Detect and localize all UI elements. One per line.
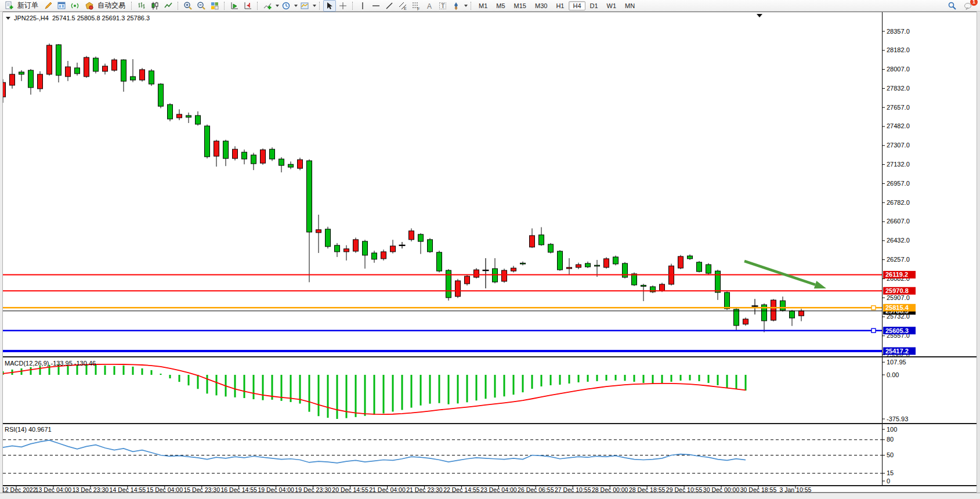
crosshair-icon[interactable] — [337, 0, 349, 12]
fibonacci-icon[interactable]: F — [410, 0, 422, 12]
svg-text:100: 100 — [887, 426, 897, 433]
vertical-line-icon[interactable] — [356, 0, 369, 12]
svg-text:29 Dec 10:55: 29 Dec 10:55 — [666, 486, 703, 493]
svg-text:28 Dec 00:00: 28 Dec 00:00 — [592, 486, 628, 493]
chart-canvas[interactable]: 28357.028182.028007.027832.027657.027482… — [0, 12, 980, 499]
chart-window[interactable]: 28357.028182.028007.027832.027657.027482… — [0, 12, 980, 499]
indicators-icon[interactable] — [261, 0, 274, 12]
indicators-dropdown-caret[interactable] — [276, 5, 279, 7]
svg-text:0.00: 0.00 — [887, 371, 899, 378]
templates-dropdown-caret[interactable] — [313, 5, 316, 7]
toolbar-separator — [352, 2, 353, 10]
svg-text:16 Dec 14:55: 16 Dec 14:55 — [220, 486, 257, 493]
arrows-dropdown-caret[interactable] — [464, 5, 468, 7]
svg-text:28182.0: 28182.0 — [887, 46, 910, 53]
arrows-objects-icon[interactable] — [450, 0, 462, 12]
svg-text:21 Dec 23:30: 21 Dec 23:30 — [406, 486, 443, 493]
svg-text:13 Dec 04:00: 13 Dec 04:00 — [35, 486, 72, 493]
equidistant-channel-icon[interactable]: E — [396, 0, 409, 12]
autotrade-button[interactable]: 自动交易 — [82, 1, 128, 11]
timeframe-m5[interactable]: M5 — [492, 1, 509, 10]
svg-text:50: 50 — [887, 451, 894, 458]
svg-text:27657.0: 27657.0 — [887, 104, 910, 111]
line-chart-icon[interactable] — [162, 0, 175, 12]
svg-text:26607.0: 26607.0 — [887, 218, 910, 225]
svg-text:A: A — [427, 2, 432, 10]
timeframe-m1[interactable]: M1 — [475, 1, 491, 10]
toolbar-separator — [131, 2, 132, 10]
timeframe-d1[interactable]: D1 — [586, 1, 602, 10]
mt4-trading-app: { "toolbar": { "new_order_label": "新订单",… — [0, 0, 980, 499]
new-order-button[interactable]: 新订单 — [2, 1, 41, 11]
svg-text:25605.3: 25605.3 — [885, 327, 909, 334]
window-bottom-edge — [0, 493, 980, 499]
rsi-indicator-label: RSI(14) 40.9671 — [5, 426, 52, 433]
timeframe-h1[interactable]: H1 — [552, 1, 568, 10]
svg-text:25815.4: 25815.4 — [885, 304, 909, 311]
crayon-icon[interactable] — [42, 0, 55, 12]
svg-text:T: T — [441, 2, 445, 9]
svg-text:-375.93: -375.93 — [887, 415, 908, 422]
new-order-icon — [3, 0, 16, 12]
svg-text:E: E — [404, 6, 407, 10]
svg-text:107.95: 107.95 — [887, 359, 906, 366]
timeframe-h4[interactable]: H4 — [569, 1, 585, 10]
charts-window-icon[interactable] — [55, 0, 68, 12]
notifications-icon[interactable]: 1 — [962, 0, 975, 12]
svg-text:25970.8: 25970.8 — [885, 287, 909, 294]
toolbar-separator — [319, 2, 320, 10]
svg-text:19 Dec 23:30: 19 Dec 23:30 — [295, 486, 331, 493]
svg-text:28007.0: 28007.0 — [887, 66, 910, 73]
symbol-dropdown-icon[interactable] — [6, 17, 10, 20]
symbol-ohlc-line: JPN225-,H4 25741.5 25805.8 25691.3 25786… — [6, 15, 150, 21]
templates-icon[interactable] — [298, 0, 311, 12]
svg-text:13 Dec 23:30: 13 Dec 23:30 — [73, 486, 109, 493]
svg-text:26432.0: 26432.0 — [887, 237, 910, 244]
autotrade-label: 自动交易 — [97, 1, 125, 10]
text-label-icon[interactable]: T — [436, 0, 449, 12]
toolbar-separator — [178, 2, 179, 10]
timeframe-m15[interactable]: M15 — [510, 1, 530, 10]
cursor-icon[interactable] — [323, 0, 336, 12]
tile-windows-icon[interactable] — [208, 0, 221, 12]
text-icon[interactable]: A — [423, 0, 436, 12]
timeframe-mn[interactable]: MN — [621, 1, 639, 10]
bar-chart-icon[interactable] — [135, 0, 148, 12]
zoom-out-icon[interactable] — [195, 0, 208, 12]
toolbar-separator — [471, 2, 472, 10]
svg-text:20 Dec 14:55: 20 Dec 14:55 — [332, 486, 368, 493]
svg-text:27307.0: 27307.0 — [887, 142, 910, 149]
svg-text:21 Dec 04:00: 21 Dec 04:00 — [369, 486, 406, 493]
timeframe-w1[interactable]: W1 — [603, 1, 621, 10]
svg-text:30 Dec 18:55: 30 Dec 18:55 — [740, 486, 777, 493]
svg-text:15 Dec 23:30: 15 Dec 23:30 — [184, 486, 220, 493]
svg-text:14 Dec 14:55: 14 Dec 14:55 — [110, 486, 146, 493]
auto-scroll-icon[interactable] — [228, 0, 241, 12]
window-right-edge — [977, 12, 980, 499]
zoom-in-icon[interactable] — [182, 0, 194, 12]
timeframe-m30[interactable]: M30 — [531, 1, 551, 10]
chart-end-marker-icon[interactable] — [757, 14, 762, 17]
svg-text:27832.0: 27832.0 — [887, 85, 910, 92]
svg-text:F: F — [417, 6, 420, 10]
svg-text:15 Dec 04:00: 15 Dec 04:00 — [147, 486, 183, 493]
svg-text:0: 0 — [887, 478, 890, 484]
svg-text:30 Dec 00:00: 30 Dec 00:00 — [703, 486, 740, 493]
window-left-edge — [0, 12, 3, 499]
chart-shift-icon[interactable] — [241, 0, 254, 12]
periods-dropdown-caret[interactable] — [294, 5, 298, 7]
toolbar-right-tools: 1 — [946, 0, 978, 12]
svg-text:80: 80 — [887, 436, 894, 443]
svg-text:19 Dec 04:00: 19 Dec 04:00 — [258, 486, 294, 493]
macd-indicator-label: MACD(12,26,9) -133.95 -130.46 — [5, 360, 96, 367]
trendline-icon[interactable] — [383, 0, 396, 12]
periods-clock-icon[interactable] — [280, 0, 292, 12]
svg-text:26 Dec 06:55: 26 Dec 06:55 — [518, 486, 554, 493]
search-icon[interactable] — [946, 0, 959, 12]
svg-text:26119.2: 26119.2 — [885, 271, 908, 278]
svg-text:26957.0: 26957.0 — [887, 180, 910, 187]
candlestick-chart-icon[interactable] — [149, 0, 161, 12]
horizontal-line-icon[interactable] — [370, 0, 382, 12]
svg-text:27 Dec 10:55: 27 Dec 10:55 — [555, 486, 591, 493]
signals-icon[interactable] — [68, 0, 81, 12]
